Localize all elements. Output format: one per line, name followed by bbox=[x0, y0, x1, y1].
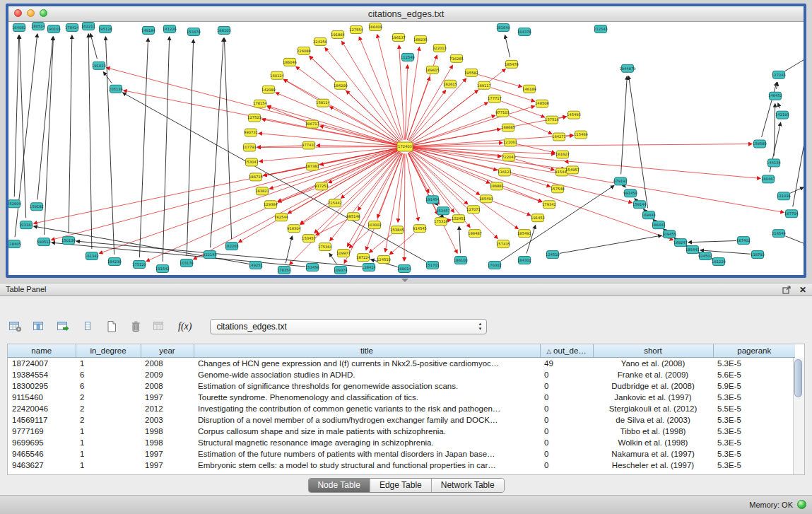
graph-node[interactable]: 144134 bbox=[767, 159, 782, 167]
graph-node[interactable]: 205136 bbox=[109, 85, 123, 93]
graph-node[interactable]: 158114 bbox=[316, 99, 331, 107]
graph-node[interactable]: 163821 bbox=[255, 187, 269, 195]
graph-node[interactable]: 127521 bbox=[247, 114, 261, 122]
graph-node[interactable]: 115469 bbox=[574, 131, 588, 139]
graph-node[interactable]: 191864 bbox=[331, 30, 346, 38]
graph-node[interactable]: 161342 bbox=[85, 252, 99, 260]
graph-node[interactable]: 152451 bbox=[452, 215, 466, 223]
graph-node[interactable]: 185478 bbox=[505, 60, 519, 68]
graph-node[interactable]: 195582 bbox=[464, 69, 478, 76]
graph-node[interactable]: 186103 bbox=[217, 26, 231, 34]
graph-node[interactable]: 977103 bbox=[495, 109, 510, 117]
graph-edge[interactable] bbox=[14, 35, 18, 197]
graph-edge[interactable] bbox=[278, 189, 314, 202]
table-row[interactable]: 977716911998Corpus callosum shape and si… bbox=[8, 426, 795, 437]
graph-edge[interactable] bbox=[459, 226, 461, 253]
graph-node[interactable]: 103002 bbox=[367, 221, 382, 229]
tab-edge-table[interactable]: Edge Table bbox=[370, 479, 432, 492]
graph-edge[interactable] bbox=[412, 148, 784, 212]
graph-node[interactable]: 175364 bbox=[318, 243, 333, 251]
graph-edge[interactable] bbox=[224, 38, 231, 239]
graph-node[interactable]: 187224 bbox=[356, 254, 371, 262]
table-row[interactable]: 911546021997Tourette syndrome. Phenomeno… bbox=[8, 392, 795, 403]
graph-node[interactable]: 166409 bbox=[368, 23, 382, 30]
graph-node[interactable]: 186046 bbox=[283, 58, 297, 66]
graph-node[interactable]: 922145 bbox=[203, 251, 217, 259]
graph-node[interactable]: 184230 bbox=[107, 258, 122, 266]
graph-node[interactable]: 322013 bbox=[433, 44, 447, 52]
graph-node[interactable]: 168685 bbox=[501, 124, 515, 132]
import-table-button[interactable] bbox=[57, 320, 71, 333]
tab-network-table[interactable]: Network Table bbox=[432, 479, 504, 492]
scrollbar-thumb[interactable] bbox=[794, 359, 802, 397]
graph-edge[interactable] bbox=[500, 185, 614, 261]
graph-node[interactable]: 212543 bbox=[594, 25, 608, 33]
graph-node[interactable]: 127243 bbox=[772, 71, 786, 78]
graph-edge[interactable] bbox=[163, 37, 169, 262]
graph-node[interactable]: 178424 bbox=[65, 23, 80, 31]
graph-node[interactable]: 184302 bbox=[517, 257, 531, 264]
graph-edge[interactable] bbox=[90, 34, 98, 59]
graph-node[interactable]: 990731 bbox=[244, 129, 258, 136]
graph-node[interactable]: 109374 bbox=[334, 267, 348, 274]
graph-edge[interactable] bbox=[44, 37, 53, 235]
graph-node[interactable]: 118405 bbox=[8, 240, 21, 248]
graph-edge[interactable] bbox=[437, 205, 438, 206]
graph-edge[interactable] bbox=[296, 66, 399, 142]
graph-node[interactable]: 169444 bbox=[642, 211, 657, 219]
graph-edge[interactable] bbox=[406, 153, 418, 221]
graph-node[interactable]: 186100 bbox=[454, 257, 468, 264]
new-table-button[interactable] bbox=[105, 320, 119, 333]
graph-node[interactable]: 159144 bbox=[632, 201, 647, 209]
graph-edge[interactable] bbox=[448, 220, 451, 221]
graph-node[interactable]: 154957 bbox=[565, 166, 579, 174]
graph-node[interactable]: 985146 bbox=[346, 213, 360, 221]
graph-node[interactable]: 161229 bbox=[712, 258, 726, 266]
close-window-button[interactable] bbox=[14, 9, 22, 17]
graph-node[interactable]: 118793 bbox=[751, 251, 765, 259]
graph-edge[interactable] bbox=[270, 148, 399, 189]
graph-edge[interactable] bbox=[300, 207, 329, 225]
graph-edge[interactable] bbox=[409, 90, 446, 141]
graph-edge[interactable] bbox=[37, 37, 53, 199]
graph-node[interactable]: 150139 bbox=[61, 237, 76, 245]
graph-node[interactable]: 153845 bbox=[390, 226, 404, 234]
graph-edge[interactable] bbox=[412, 147, 760, 178]
graph-edge[interactable] bbox=[259, 148, 398, 162]
graph-node[interactable]: 306717 bbox=[305, 120, 319, 128]
graph-node[interactable]: 116121 bbox=[498, 168, 512, 176]
graph-node[interactable]: 124510 bbox=[377, 256, 391, 264]
graph-node[interactable]: 153457 bbox=[302, 235, 316, 243]
table-row[interactable]: 1456911722003Disruption of a novel membe… bbox=[8, 414, 795, 426]
graph-edge[interactable] bbox=[625, 187, 625, 187]
graph-node[interactable]: 169117 bbox=[477, 81, 491, 89]
graph-node[interactable]: 107793 bbox=[242, 144, 257, 151]
graph-node[interactable]: 252609 bbox=[8, 200, 21, 208]
graph-node[interactable]: 181640 bbox=[496, 23, 510, 31]
graph-edge[interactable] bbox=[503, 189, 541, 202]
graph-node[interactable]: 195128 bbox=[98, 25, 112, 33]
graph-node[interactable]: 169615 bbox=[425, 66, 440, 74]
table-row[interactable]: 946554611997Estimation of the future num… bbox=[8, 448, 795, 460]
graph-edge[interactable] bbox=[790, 187, 804, 193]
graph-node[interactable]: 145493 bbox=[567, 111, 581, 119]
close-panel-icon[interactable]: ✕ bbox=[799, 284, 806, 296]
graph-node[interactable]: 224250 bbox=[313, 37, 327, 45]
graph-edge[interactable] bbox=[330, 107, 399, 144]
graph-edge[interactable] bbox=[405, 65, 407, 140]
function-builder-button[interactable]: f(x) bbox=[177, 321, 193, 332]
graph-node[interactable]: 185441 bbox=[686, 246, 700, 254]
delete-table-button[interactable] bbox=[129, 320, 143, 333]
graph-edge[interactable] bbox=[268, 106, 399, 145]
graph-node[interactable]: 924502 bbox=[698, 252, 712, 260]
graph-edge[interactable] bbox=[370, 234, 392, 252]
graph-node[interactable]: 184200 bbox=[334, 81, 348, 89]
graph-node[interactable]: 191453 bbox=[531, 214, 545, 222]
graph-node[interactable]: 153456 bbox=[305, 264, 319, 271]
graph-node[interactable]: 186441 bbox=[652, 221, 666, 229]
graph-node[interactable]: 725442 bbox=[328, 199, 342, 207]
graph-edge[interactable] bbox=[317, 146, 398, 147]
graph-edge[interactable] bbox=[377, 153, 402, 218]
graph-node[interactable]: 127554 bbox=[349, 25, 364, 33]
graph-edge[interactable] bbox=[310, 56, 336, 81]
